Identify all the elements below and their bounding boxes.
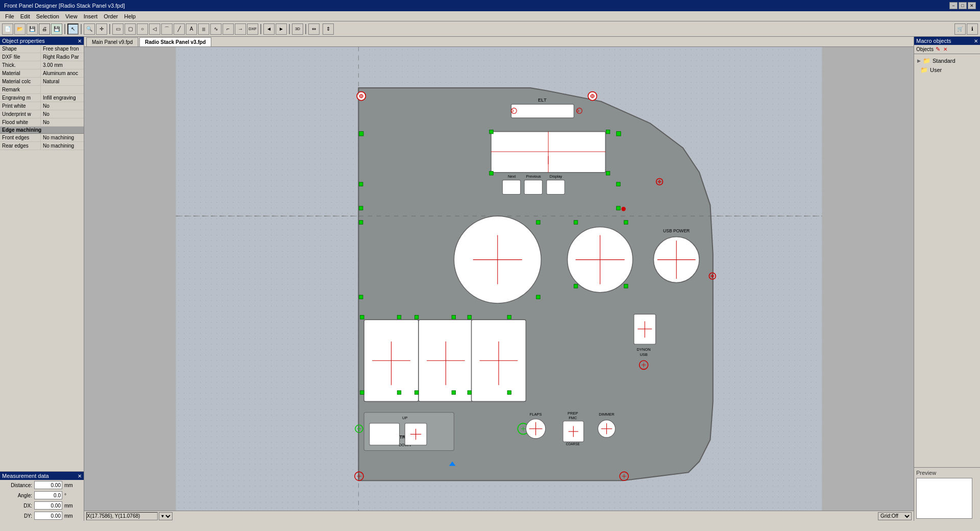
prop-value-frontedges: No machining	[41, 134, 84, 141]
menu-order[interactable]: Order	[101, 12, 121, 20]
3d-button[interactable]: 3D	[292, 23, 303, 35]
sep2	[81, 24, 82, 34]
grid-select[interactable]: Grid:Off Grid:1mm Grid:2mm Grid:5mm	[878, 512, 912, 520]
arrow-button[interactable]: →	[235, 23, 246, 35]
rect-button[interactable]: ▭	[112, 23, 124, 35]
measure-dy-input[interactable]	[34, 512, 62, 520]
circle-button[interactable]: ○	[137, 23, 148, 35]
prop-value-thick: 3.00 mm	[41, 61, 84, 69]
prop-row-matcolor: Material colc Natural	[0, 78, 84, 86]
measure-dx-unit: mm	[64, 503, 75, 509]
corner-button[interactable]: ⌐	[223, 23, 234, 35]
section-edge-machining: Edge machining	[0, 127, 84, 134]
measure-distance-input[interactable]	[34, 481, 62, 489]
minimize-button[interactable]: −	[949, 2, 958, 9]
dxf-button[interactable]: DXF	[247, 23, 258, 35]
prop-label-thick: Thick.	[0, 61, 41, 69]
tree-item-standard[interactable]: ▶ 📁 Standard	[916, 56, 978, 65]
select-button[interactable]: ↖	[67, 23, 79, 35]
preview-label: Preview	[916, 470, 978, 476]
object-properties-content: Shape Free shape fron DXF file Right Rad…	[0, 45, 84, 471]
pan-button[interactable]: ✛	[96, 23, 107, 35]
tab-radio-stack[interactable]: Radio Stack Panel v3.fpd	[139, 37, 211, 46]
prop-row-underprint: Underprint w No	[0, 110, 84, 118]
close-button[interactable]: ✕	[968, 2, 976, 9]
coord-input[interactable]	[86, 512, 158, 520]
left-panel: Object properties ✕ Shape Free shape fro…	[0, 37, 84, 521]
arc-button[interactable]: ⌒	[161, 23, 173, 35]
open-button[interactable]: 📂	[14, 23, 26, 35]
handle-tr2	[617, 132, 621, 136]
move-left-button[interactable]: ◄	[263, 23, 275, 35]
coarse-label: COARSE	[566, 442, 580, 446]
menu-edit[interactable]: Edit	[17, 12, 33, 20]
canvas-container[interactable]: ELT	[84, 47, 914, 511]
object-properties-title: Object properties	[2, 38, 45, 44]
red-dot-r	[621, 207, 626, 211]
sep4	[260, 24, 261, 34]
new-button[interactable]: 📄	[2, 23, 13, 35]
prop-value-matcolor: Natural	[41, 78, 84, 85]
wave-button[interactable]: ∿	[210, 23, 222, 35]
objects-label: Objects	[916, 46, 934, 52]
barcode-button[interactable]: |||	[198, 23, 209, 35]
zoom-in-button[interactable]: 🔍	[84, 23, 95, 35]
coord-dropdown[interactable]: ▾	[159, 512, 173, 520]
menu-insert[interactable]: Insert	[81, 12, 101, 20]
dynon-label: DYNON	[637, 347, 651, 352]
measure-angle-label: Angle:	[4, 493, 32, 498]
menu-selection[interactable]: Selection	[33, 12, 62, 20]
menu-file[interactable]: File	[2, 12, 17, 20]
line-button[interactable]: ╱	[174, 23, 185, 35]
measure-angle-input[interactable]	[34, 491, 62, 499]
save2-button[interactable]: 💾	[51, 23, 62, 35]
info-button[interactable]: ℹ	[967, 23, 978, 35]
move-right-button[interactable]: ►	[276, 23, 287, 35]
menu-view[interactable]: View	[62, 12, 81, 20]
prop-label-dxf: DXF file	[0, 53, 41, 61]
prop-value-rearedges: No machining	[41, 142, 84, 150]
measure-dx-input[interactable]	[34, 501, 62, 510]
svg-rect-32	[359, 295, 362, 299]
prev-cutout	[524, 180, 542, 195]
maximize-button[interactable]: □	[959, 2, 967, 9]
dimmer-label: DIMMER	[599, 412, 615, 417]
folder-icon-standard: 📁	[923, 57, 930, 64]
prop-value-shape: Free shape fron	[41, 45, 84, 53]
tree-item-user[interactable]: 📁 User	[916, 65, 978, 75]
macro-close-x[interactable]: ✕	[943, 46, 947, 52]
prop-value-dxf: Right Radio Par	[41, 53, 84, 61]
handle-tl2	[359, 132, 363, 136]
prop-label-shape: Shape	[0, 45, 41, 53]
macro-title: Macro objects	[916, 38, 951, 44]
object-properties-header: Object properties ✕	[0, 37, 84, 45]
prop-label-floodwhite: Flood white	[0, 118, 41, 126]
tab-main-panel[interactable]: Main Panel v9.fpd	[86, 37, 138, 46]
mirror-v-button[interactable]: ⇕	[323, 23, 334, 35]
svg-rect-56	[414, 391, 418, 394]
macro-close[interactable]: ✕	[974, 38, 978, 44]
measurement-close[interactable]: ✕	[78, 473, 82, 479]
triangle-button[interactable]: ◁	[149, 23, 160, 35]
prop-row-frontedges: Front edges No machining	[0, 134, 84, 142]
svg-rect-35	[574, 221, 577, 224]
measure-distance-row: Distance: mm	[0, 480, 84, 490]
prop-row-thick: Thick. 3.00 mm	[0, 61, 84, 69]
svg-rect-18	[489, 130, 493, 133]
sep6	[305, 24, 306, 34]
object-properties-close[interactable]: ✕	[78, 38, 82, 44]
save-button[interactable]: 💾	[27, 23, 38, 35]
print-button[interactable]: 🖨	[39, 23, 50, 35]
text-button[interactable]: A	[186, 23, 197, 35]
usb-label: USB	[640, 352, 647, 357]
measure-angle-row: Angle: °	[0, 490, 84, 500]
mirror-h-button[interactable]: ⇔	[308, 23, 320, 35]
svg-rect-34	[536, 295, 540, 299]
measure-dy-unit: mm	[64, 513, 75, 519]
order-button[interactable]: 🛒	[954, 23, 966, 35]
edit-icon[interactable]: ✎	[936, 46, 940, 53]
svg-rect-33	[536, 221, 540, 224]
round-rect-button[interactable]: ▢	[125, 23, 136, 35]
svg-rect-62	[468, 391, 471, 394]
menu-help[interactable]: Help	[121, 12, 139, 20]
